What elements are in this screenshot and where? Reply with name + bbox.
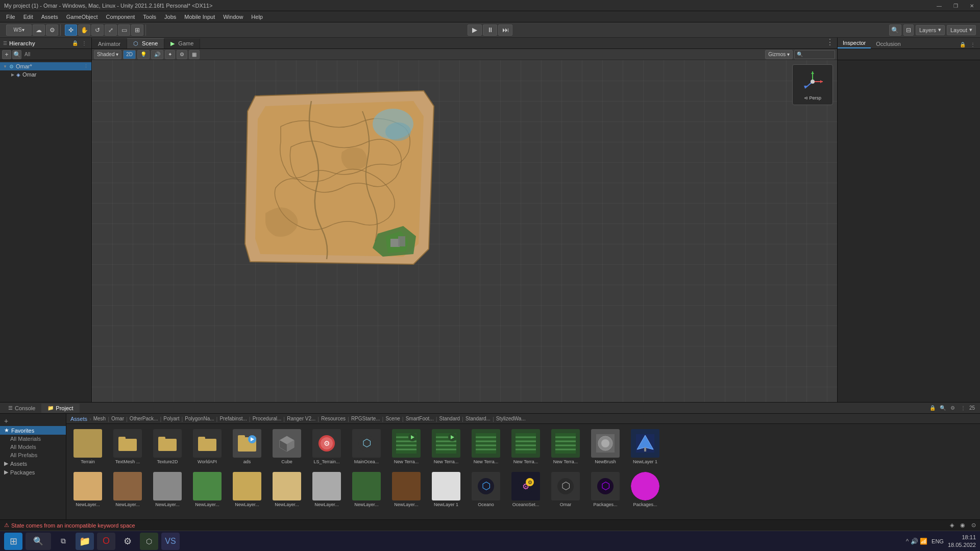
bottom-settings-icon[interactable]: ⚙ bbox=[949, 404, 957, 412]
asset-ads[interactable]: ads bbox=[229, 427, 265, 467]
sidebar-all-materials[interactable]: All Materials bbox=[0, 435, 66, 443]
restore-button[interactable]: ❐ bbox=[947, 0, 964, 11]
asset-newlayer-brown[interactable]: NewLayer... bbox=[109, 470, 146, 510]
tab-project[interactable]: 📁 Project bbox=[41, 404, 79, 413]
asset-newterra-3[interactable]: New Terra... bbox=[468, 427, 504, 467]
breadcrumb-item-other[interactable]: OtherPack... bbox=[130, 416, 158, 421]
asset-newlayer-brown2[interactable]: NewLayer... bbox=[388, 470, 425, 510]
breadcrumb-item-scene[interactable]: Scene bbox=[385, 416, 400, 421]
step-button[interactable]: ⏭ bbox=[498, 24, 512, 36]
breadcrumb-item[interactable]: Mesh bbox=[93, 416, 106, 421]
search-button[interactable]: 🔍 bbox=[889, 24, 901, 36]
asset-packages2[interactable]: Packages... bbox=[627, 470, 664, 510]
menu-window[interactable]: Window bbox=[219, 13, 247, 21]
tab-animator[interactable]: Animator bbox=[92, 39, 127, 48]
asset-newlayer-dkgreen[interactable]: NewLayer... bbox=[348, 470, 385, 510]
breadcrumb-item-polygonn[interactable]: PolygonNa... bbox=[185, 416, 214, 421]
asset-newterra-4[interactable]: New Terra... bbox=[507, 427, 544, 467]
breadcrumb-item-prefab[interactable]: Prefabinst... bbox=[219, 416, 247, 421]
search-taskbar-button[interactable]: 🔍 bbox=[26, 533, 51, 550]
hierarchy-lock-icon[interactable]: 🔒 bbox=[71, 39, 79, 47]
layers-dropdown[interactable]: Layers▾ bbox=[916, 25, 945, 35]
asset-cube[interactable]: Cube bbox=[268, 427, 305, 467]
sidebar-add-button[interactable]: + bbox=[2, 417, 10, 425]
fx-button[interactable]: ✦ bbox=[165, 50, 175, 59]
status-error[interactable]: ⚠ State comes from an incompatible keywo… bbox=[4, 522, 135, 529]
breadcrumb-item-res[interactable]: Resources bbox=[321, 416, 346, 421]
bottom-more-icon[interactable]: ⋮ bbox=[959, 404, 967, 412]
overlay-button[interactable]: ▦ bbox=[189, 50, 200, 59]
asset-newlayer-tan2[interactable]: NewLayer... bbox=[268, 470, 305, 510]
layout-dropdown[interactable]: Layout▾ bbox=[947, 25, 976, 35]
move-tool-button[interactable]: ✜ bbox=[65, 24, 77, 36]
menu-component[interactable]: Component bbox=[102, 13, 139, 21]
settings-taskbar-button[interactable]: ⚙ bbox=[118, 533, 137, 550]
breadcrumb-item-ranger[interactable]: Ranger V2... bbox=[287, 416, 315, 421]
minimize-button[interactable]: — bbox=[931, 0, 947, 11]
tab-console[interactable]: ☰ Console bbox=[2, 404, 41, 413]
sidebar-all-models[interactable]: All Models bbox=[0, 443, 66, 451]
menu-assets[interactable]: Assets bbox=[37, 13, 62, 21]
inspector-more-icon[interactable]: ⋮ bbox=[969, 40, 977, 48]
sidebar-all-prefabs[interactable]: All Prefabs bbox=[0, 451, 66, 459]
tab-game[interactable]: ▶ Game bbox=[164, 39, 200, 48]
asset-newterra-5[interactable]: New Terra... bbox=[547, 427, 584, 467]
scene-settings-button[interactable]: ⚙ bbox=[177, 50, 187, 59]
rotate-tool-button[interactable]: ↺ bbox=[91, 24, 104, 36]
asset-newlayer1-white[interactable]: NewLayer 1 bbox=[428, 470, 464, 510]
breadcrumb-item-poly[interactable]: Polyart bbox=[163, 416, 179, 421]
breadcrumb-item-smart[interactable]: SmartFoot... bbox=[406, 416, 434, 421]
scale-tool-button[interactable]: ⤢ bbox=[105, 24, 117, 36]
bottom-search-icon[interactable]: 🔍 bbox=[939, 404, 947, 412]
start-button[interactable]: ⊞ bbox=[4, 533, 22, 550]
lighting-button[interactable]: 💡 bbox=[137, 50, 150, 59]
asset-textmesh[interactable]: TextMesh ... bbox=[109, 427, 146, 467]
hierarchy-scene-menu[interactable]: ⋮ bbox=[84, 64, 88, 69]
breadcrumb-item-omar[interactable]: Omar bbox=[111, 416, 124, 421]
hierarchy-more-icon[interactable]: ⋮ bbox=[80, 39, 88, 47]
menu-jobs[interactable]: Jobs bbox=[160, 13, 180, 21]
asset-worldapi[interactable]: WorldAPI bbox=[189, 427, 226, 467]
file-explorer-button[interactable]: 📁 bbox=[76, 533, 94, 550]
2d-button[interactable]: 2D bbox=[123, 50, 136, 59]
settings-gear-button[interactable]: ⚙ bbox=[46, 24, 58, 36]
pause-button[interactable]: ⏸ bbox=[483, 24, 497, 36]
play-button[interactable]: ▶ bbox=[468, 24, 482, 36]
menu-file[interactable]: File bbox=[2, 13, 19, 21]
tab-inspector[interactable]: Inspector bbox=[838, 38, 871, 48]
asset-texture2d[interactable]: Texture2D bbox=[149, 427, 186, 467]
menu-help[interactable]: Help bbox=[247, 13, 267, 21]
asset-ls-terrain[interactable]: ⚙ LS_Terrain... bbox=[308, 427, 345, 467]
tab-scene[interactable]: ⬡ Scene bbox=[127, 38, 164, 48]
breadcrumb-item-proc[interactable]: Procedural... bbox=[253, 416, 282, 421]
hierarchy-add-button[interactable]: + bbox=[2, 50, 11, 59]
asset-newlayer-gray[interactable]: NewLayer... bbox=[149, 470, 186, 510]
hierarchy-scene-item[interactable]: ▼ ⚙ Omar* ⋮ bbox=[0, 62, 91, 70]
asset-newterra-1[interactable]: New Terra... bbox=[388, 427, 425, 467]
asset-newlayer-green[interactable]: NewLayer... bbox=[189, 470, 226, 510]
vs-button[interactable]: VS bbox=[161, 533, 180, 550]
asset-newterra-2[interactable]: New Terra... bbox=[428, 427, 464, 467]
asset-newlayer-tan[interactable]: NewLayer... bbox=[69, 470, 106, 510]
breadcrumb-item-stylized[interactable]: StylizedWa... bbox=[496, 416, 526, 421]
hand-tool-button[interactable]: ✋ bbox=[78, 24, 90, 36]
account-dropdown[interactable]: WS▾ bbox=[6, 24, 32, 36]
sidebar-packages[interactable]: ▶ Packages bbox=[0, 468, 66, 477]
menu-edit[interactable]: Edit bbox=[19, 13, 37, 21]
asset-oceanoset[interactable]: ⚙ ⚙ OceanoSet... bbox=[507, 470, 544, 510]
cloud-button[interactable]: ☁ bbox=[33, 24, 45, 36]
asset-omar[interactable]: ⬡ Omar bbox=[547, 470, 584, 510]
inspector-lock-icon[interactable]: 🔒 bbox=[959, 40, 967, 48]
all-tool-button[interactable]: ⊞ bbox=[131, 24, 143, 36]
opera-button[interactable]: O bbox=[97, 533, 115, 550]
hierarchy-gameobj-item[interactable]: ▶ ◈ Omar bbox=[0, 70, 91, 79]
asset-packages1[interactable]: ⬡ Packages... bbox=[587, 470, 624, 510]
unity-taskbar-button[interactable]: ⬡ bbox=[140, 533, 158, 550]
menu-mobileinput[interactable]: Mobile Input bbox=[180, 13, 219, 21]
tab-occlusion[interactable]: Occlusion bbox=[871, 39, 905, 48]
asset-newlayer-silver[interactable]: NewLayer... bbox=[308, 470, 345, 510]
gizmo-persp-label[interactable]: ⊲ Persp bbox=[804, 95, 821, 101]
asset-newbrush[interactable]: NewBrush bbox=[587, 427, 624, 467]
breadcrumb-item-rpg[interactable]: RPGStarte... bbox=[351, 416, 380, 421]
breadcrumb-assets-root[interactable]: Assets bbox=[70, 416, 87, 422]
